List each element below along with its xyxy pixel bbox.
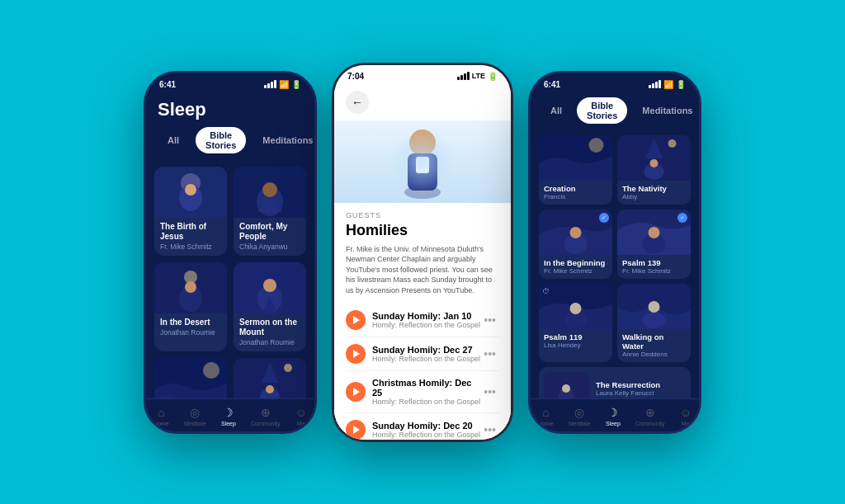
svg-point-18 xyxy=(284,364,292,372)
play-btn-1[interactable] xyxy=(346,344,366,364)
svg-point-37 xyxy=(649,227,660,238)
nav-label-meditate-left: Meditate xyxy=(184,421,206,426)
nav-meditate-right[interactable]: ◎ Meditate xyxy=(569,406,591,426)
priest-hero xyxy=(334,120,511,203)
right-card-info-psalm139: Psalm 139 Fr. Mike Schmitz xyxy=(617,255,691,279)
nav-me-right[interactable]: ☺ Me xyxy=(680,406,692,426)
nav-label-home-left: Home xyxy=(153,421,169,426)
homily-sub-0: Homily: Reflection on the Gospel xyxy=(372,321,480,329)
dots-btn-1[interactable]: ••• xyxy=(480,347,499,360)
card-info-comfort: Comfort, My People Chika Anyanwu xyxy=(234,218,306,256)
svg-point-13 xyxy=(263,279,276,292)
homily-title-0: Sunday Homily: Jan 10 xyxy=(372,311,480,321)
homily-sub-2: Homily: Reflection on the Gospel xyxy=(372,398,480,406)
dots-btn-3[interactable]: ••• xyxy=(480,423,499,436)
nav-meditate-left[interactable]: ◎ Meditate xyxy=(184,406,206,426)
nav-home-left[interactable]: ⌂ Home xyxy=(153,406,169,426)
play-btn-2[interactable] xyxy=(346,382,366,402)
card-img-birth xyxy=(154,167,227,218)
homily-sub-1: Homily: Reflection on the Gospel xyxy=(372,355,480,363)
card-sub-sermon: Jonathan Roumie xyxy=(239,338,300,346)
card-sub-birth: Fr. Mike Schmitz xyxy=(160,243,221,251)
nav-me-left[interactable]: ☺ Me xyxy=(295,406,307,426)
time-left: 6:41 xyxy=(159,80,176,89)
card-birth-of-jesus[interactable]: The Birth of Jesus Fr. Mike Schmitz xyxy=(154,167,227,256)
right-single-info-resurrection: The Resurrection Laura Kelly Fanucci xyxy=(596,380,660,397)
nav-home-right[interactable]: ⌂ Home xyxy=(538,406,554,426)
card-title-sermon: Sermon on the Mount xyxy=(239,318,300,337)
right-card-img-walking xyxy=(617,284,691,329)
right-card-psalm119[interactable]: ⏱ Psalm 119 Lisa Hendey xyxy=(539,284,612,362)
left-content: Sleep All Bible Stories Meditations xyxy=(146,92,314,426)
sleep-icon-right: ☽ xyxy=(607,406,618,419)
dots-btn-2[interactable]: ••• xyxy=(480,385,499,398)
me-icon-right: ☺ xyxy=(680,406,692,419)
wifi-icon-right: 📶 xyxy=(663,80,673,89)
tab-bible-stories-left[interactable]: Bible Stories xyxy=(196,127,246,153)
right-header: All Bible Stories Meditations xyxy=(531,92,699,135)
right-card-img-psalm119: ⏱ xyxy=(539,284,612,329)
status-bar-center: 7:04 LTE 🔋 xyxy=(334,65,511,84)
card-desert[interactable]: In the Desert Jonathan Roumie xyxy=(154,262,227,351)
card-img-desert xyxy=(154,262,227,313)
nav-label-me-right: Me xyxy=(682,421,690,426)
right-card-in-beginning[interactable]: ✓ In the Beginning Fr. Mike Schmitz xyxy=(539,210,612,279)
status-icons-center: LTE 🔋 xyxy=(457,72,498,81)
nav-sleep-right[interactable]: ☽ Sleep xyxy=(606,406,621,426)
homily-text-3: Sunday Homily: Dec 20 Homily: Reflection… xyxy=(372,421,480,439)
homily-item-2[interactable]: Christmas Homily: Dec 25 Homily: Reflect… xyxy=(346,371,499,413)
svg-point-15 xyxy=(203,362,220,379)
meditate-icon-right: ◎ xyxy=(574,406,584,419)
play-btn-3[interactable] xyxy=(346,420,366,440)
home-icon-left: ⌂ xyxy=(158,406,164,419)
right-card-nativity[interactable]: The Nativity Abby xyxy=(617,135,691,205)
nav-sleep-left[interactable]: ☽ Sleep xyxy=(221,406,236,426)
back-button[interactable]: ← xyxy=(346,91,369,114)
play-triangle-2 xyxy=(353,388,360,396)
meditate-icon-left: ◎ xyxy=(190,406,200,419)
tab-meditations-right[interactable]: Meditations xyxy=(632,102,699,119)
right-card-sub-psalm119: Lisa Hendey xyxy=(544,341,607,349)
right-card-sub-nativity: Abby xyxy=(622,193,686,200)
filter-tabs-right: All Bible Stories Meditations xyxy=(541,97,689,124)
right-card-info-nativity: The Nativity Abby xyxy=(617,181,691,205)
tab-all-left[interactable]: All xyxy=(158,132,189,148)
nav-community-left[interactable]: ⊕ Community xyxy=(251,406,280,426)
nav-label-community-left: Community xyxy=(251,421,280,426)
dots-btn-0[interactable]: ••• xyxy=(480,313,499,327)
tab-all-right[interactable]: All xyxy=(541,102,572,119)
phone-right: 6:41 📶 🔋 All Bible Stories Meditations xyxy=(528,71,701,434)
home-icon-right: ⌂ xyxy=(542,406,549,419)
svg-point-42 xyxy=(643,312,666,328)
right-card-psalm139[interactable]: ✓ Psalm 139 Fr. Mike Schmitz xyxy=(617,210,691,279)
right-card-title-psalm119: Psalm 119 xyxy=(544,332,607,341)
right-card-title-resurrection: The Resurrection xyxy=(596,380,660,389)
center-body: GUESTS Homilies Fr. Mike is the Univ. of… xyxy=(334,203,511,442)
right-card-img-creation xyxy=(539,135,612,181)
svg-point-26 xyxy=(589,138,604,153)
community-icon-left: ⊕ xyxy=(261,406,271,419)
right-card-creation[interactable]: Creation Francis xyxy=(539,135,612,205)
right-card-title-in-beginning: In the Beginning xyxy=(544,258,607,267)
section-desc: Fr. Mike is the Univ. of Minnesota Dulut… xyxy=(346,244,499,296)
nav-community-right[interactable]: ⊕ Community xyxy=(635,406,664,426)
right-card-sub-walking: Annie Deddens xyxy=(622,351,686,358)
right-card-walking[interactable]: Walking on Water Annie Deddens xyxy=(617,284,691,362)
lte-icon: LTE xyxy=(472,72,485,80)
play-btn-0[interactable] xyxy=(346,310,366,330)
right-card-img-in-beginning: ✓ xyxy=(539,210,612,255)
right-card-info-walking: Walking on Water Annie Deddens xyxy=(617,329,691,362)
card-comfort[interactable]: Comfort, My People Chika Anyanwu xyxy=(234,167,306,256)
right-card-info-psalm119: Psalm 119 Lisa Hendey xyxy=(539,329,612,353)
tab-meditations-left[interactable]: Meditations xyxy=(253,132,314,148)
svg-point-40 xyxy=(570,303,582,314)
homily-item-3[interactable]: Sunday Homily: Dec 20 Homily: Reflection… xyxy=(346,413,499,441)
tab-bible-stories-right[interactable]: Bible Stories xyxy=(577,97,627,124)
homily-item-0[interactable]: Sunday Homily: Jan 10 Homily: Reflection… xyxy=(346,304,499,337)
homily-item-1[interactable]: Sunday Homily: Dec 27 Homily: Reflection… xyxy=(346,337,499,371)
checked-icon-in-beginning: ✓ xyxy=(599,213,609,223)
homily-text-1: Sunday Homily: Dec 27 Homily: Reflection… xyxy=(372,345,480,363)
card-sermon[interactable]: Sermon on the Mount Jonathan Roumie xyxy=(234,262,306,351)
status-bar-right: 6:41 📶 🔋 xyxy=(531,73,699,92)
nav-label-home-right: Home xyxy=(538,421,554,426)
